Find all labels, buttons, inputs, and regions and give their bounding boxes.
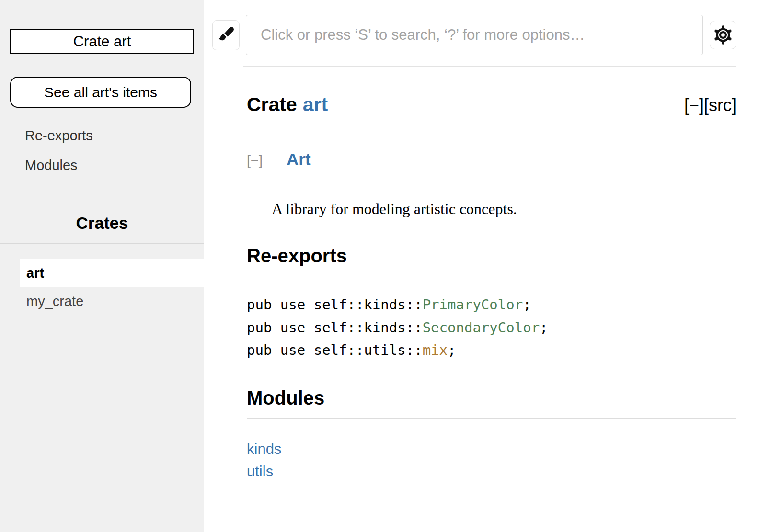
crates-list: art my_crate xyxy=(20,259,204,316)
crate-title-row: Crateart [−][src] xyxy=(247,93,736,128)
reexport-semicolon: ; xyxy=(448,342,456,358)
reexports-heading: Re-exports xyxy=(247,245,736,273)
module-link-kinds[interactable]: kinds xyxy=(247,438,736,461)
crate-item-row: [−] Art xyxy=(247,150,736,169)
theme-picker-button[interactable] xyxy=(212,20,240,50)
reexport-line: pub use self::kinds::PrimaryColor; xyxy=(247,294,736,317)
item-collapse-toggle[interactable]: [−] xyxy=(247,153,263,169)
sidebar-crate-location-label: Crate art xyxy=(73,33,131,50)
paint-brush-icon xyxy=(217,26,235,44)
collapse-all-toggle[interactable]: [−] xyxy=(684,95,704,115)
reexport-link-primarycolor[interactable]: PrimaryColor xyxy=(423,296,523,313)
module-link-utils[interactable]: utils xyxy=(247,460,736,483)
crate-description: A library for modeling artistic concepts… xyxy=(272,200,736,218)
reexport-link-secondarycolor[interactable]: SecondaryColor xyxy=(423,319,540,336)
topbar-divider xyxy=(243,66,736,67)
page-title: Crateart xyxy=(247,93,328,116)
sidebar-divider xyxy=(0,243,204,244)
sidebar: Crate art See all art's items Re-exports… xyxy=(0,0,204,532)
reexport-code-prefix: pub use self::kinds:: xyxy=(247,296,423,313)
reexport-line: pub use self::utils::mix; xyxy=(247,339,736,362)
crate-item-art[interactable]: art xyxy=(20,259,204,287)
crate-doc: Crateart [−][src] [−] Art A library for … xyxy=(247,93,736,483)
see-all-items-label: See all art's items xyxy=(44,84,157,101)
reexport-link-mix[interactable]: mix xyxy=(423,342,448,358)
crates-heading: Crates xyxy=(0,214,204,233)
reexport-code-prefix: pub use self::utils:: xyxy=(247,342,423,358)
modules-heading: Modules xyxy=(247,387,736,419)
item-divider xyxy=(266,180,736,180)
crate-item-my-crate[interactable]: my_crate xyxy=(20,287,204,316)
title-tools: [−][src] xyxy=(684,95,736,115)
src-link[interactable]: [src] xyxy=(704,95,736,115)
see-all-items-button[interactable]: See all art's items xyxy=(10,77,191,108)
sidebar-section-links: Re-exports Modules xyxy=(25,128,204,173)
reexport-code-prefix: pub use self::kinds:: xyxy=(247,319,423,336)
modules-list: kinds utils xyxy=(247,438,736,483)
art-item-link[interactable]: Art xyxy=(287,150,311,169)
sidebar-link-modules[interactable]: Modules xyxy=(25,158,204,173)
page-title-prefix: Crate xyxy=(247,93,297,115)
search-input[interactable] xyxy=(246,15,703,55)
gear-icon xyxy=(713,25,733,45)
reexport-semicolon: ; xyxy=(540,319,548,336)
reexport-line: pub use self::kinds::SecondaryColor; xyxy=(247,317,736,340)
settings-button[interactable] xyxy=(710,21,736,49)
topbar xyxy=(212,15,736,55)
reexports-code-block: pub use self::kinds::PrimaryColor; pub u… xyxy=(247,294,736,362)
sidebar-crate-location[interactable]: Crate art xyxy=(10,29,194,54)
sidebar-link-reexports[interactable]: Re-exports xyxy=(25,128,204,144)
reexport-semicolon: ; xyxy=(523,296,531,313)
page-title-crate-link[interactable]: art xyxy=(303,93,328,115)
main-content: Crateart [−][src] [−] Art A library for … xyxy=(204,0,759,532)
